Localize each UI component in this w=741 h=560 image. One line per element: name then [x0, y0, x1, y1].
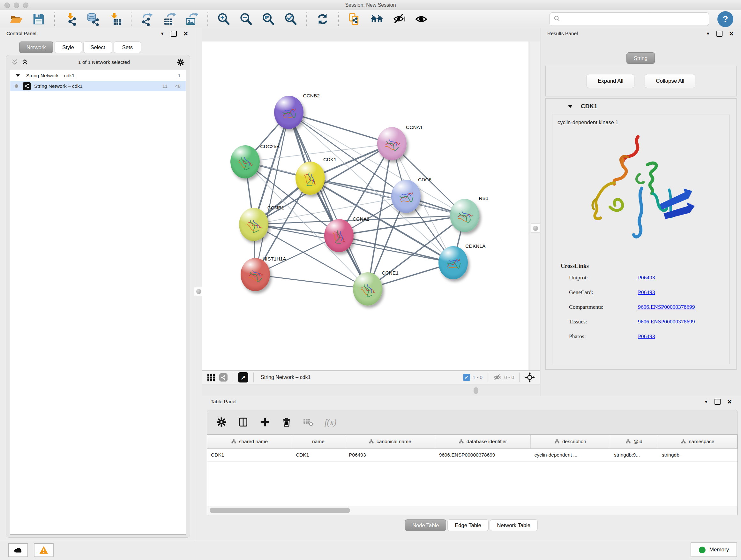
table-horizontal-scrollbar[interactable]: [207, 506, 738, 515]
window-minimize-button[interactable]: [14, 3, 19, 8]
table-cell[interactable]: CDK1: [292, 449, 345, 461]
crosslink-link[interactable]: 9606.ENSP00000378699: [638, 304, 695, 310]
window-close-button[interactable]: [4, 3, 10, 8]
search-input[interactable]: [561, 16, 705, 22]
node-HIST1H1A[interactable]: [241, 258, 270, 291]
duplicate-network-button[interactable]: [346, 11, 363, 27]
network-options-gear-icon[interactable]: [177, 58, 185, 66]
node-CCNB1[interactable]: [239, 208, 268, 241]
tab-style[interactable]: Style: [55, 42, 82, 53]
table-options-gear-icon[interactable]: [216, 417, 227, 428]
search-box[interactable]: [549, 12, 709, 26]
table-panel-collapse-icon[interactable]: ▼: [704, 399, 708, 404]
help-button[interactable]: ?: [718, 11, 733, 27]
horizontal-splitter-handle[interactable]: [474, 387, 478, 394]
cloud-button[interactable]: [8, 543, 28, 557]
tab-network[interactable]: Network: [19, 42, 53, 53]
node-RB1[interactable]: [450, 199, 479, 232]
tab-node-table[interactable]: Node Table: [405, 519, 446, 531]
node-CCNB2[interactable]: [274, 96, 304, 129]
table-cell[interactable]: cyclin-dependent ...: [531, 449, 610, 461]
gene-section-expand-icon[interactable]: [568, 105, 572, 110]
table-cell[interactable]: stringdb:9...: [610, 449, 658, 461]
zoom-in-button[interactable]: [215, 11, 232, 27]
crosslink-link[interactable]: P06493: [638, 289, 655, 296]
control-panel-close-icon[interactable]: ✕: [183, 30, 188, 37]
expand-all-button[interactable]: Expand All: [587, 74, 634, 88]
zoom-out-button[interactable]: [238, 11, 255, 27]
delete-column-trash-icon[interactable]: [281, 417, 292, 428]
warnings-button[interactable]: [34, 543, 54, 557]
tab-network-table[interactable]: Network Table: [490, 519, 538, 531]
control-panel-float-icon[interactable]: [171, 30, 177, 37]
results-panel-collapse-icon[interactable]: ▼: [706, 31, 710, 36]
crosslink-link[interactable]: P06493: [638, 274, 655, 281]
left-vertical-splitter[interactable]: [195, 28, 202, 540]
network-collection-row[interactable]: String Network – cdk1 1: [10, 70, 186, 81]
node-CDK1[interactable]: [295, 162, 325, 195]
export-network-button[interactable]: [138, 11, 156, 27]
node-CDC25B[interactable]: [230, 145, 260, 179]
node-CCNE1[interactable]: [353, 272, 382, 306]
table-cell[interactable]: CDK1: [207, 449, 292, 461]
column-header-namespace[interactable]: namespace: [658, 435, 738, 448]
table-scrollbar-thumb[interactable]: [210, 508, 350, 513]
add-column-plus-icon[interactable]: [259, 417, 270, 428]
results-panel-float-icon[interactable]: [717, 30, 723, 37]
collection-expand-icon[interactable]: [16, 74, 20, 79]
node-CDC6[interactable]: [391, 180, 421, 213]
crosslink-link[interactable]: 9606.ENSP00000378699: [638, 318, 695, 325]
node-CCNA2[interactable]: [324, 219, 354, 252]
control-panel-collapse-icon[interactable]: ▼: [160, 31, 164, 36]
selected-checkbox-icon[interactable]: ✓: [463, 374, 470, 381]
window-zoom-button[interactable]: [23, 3, 28, 8]
zoom-selected-button[interactable]: [282, 11, 299, 27]
table-cell[interactable]: 9606.ENSP00000378699: [435, 449, 531, 461]
table-panel-close-icon[interactable]: ✕: [727, 399, 732, 405]
birdseye-grid-icon[interactable]: [207, 373, 215, 382]
hide-selected-button[interactable]: [391, 11, 408, 27]
network-canvas[interactable]: CCNB2CCNA1CDC25BCDK1CDC6RB1CCNB1CCNA2CDK…: [202, 42, 529, 370]
first-neighbors-button[interactable]: [368, 11, 386, 27]
tab-edge-table[interactable]: Edge Table: [448, 519, 488, 531]
import-network-from-file-button[interactable]: [62, 11, 79, 27]
column-header--id[interactable]: @id: [610, 435, 658, 448]
table-cell[interactable]: stringdb: [658, 449, 738, 461]
table-panel-float-icon[interactable]: [715, 399, 721, 405]
tab-string[interactable]: String: [626, 52, 655, 64]
show-columns-icon[interactable]: [238, 417, 249, 428]
results-panel-close-icon[interactable]: ✕: [729, 30, 734, 37]
import-table-from-file-button[interactable]: [107, 11, 124, 27]
pan-crosshair-icon[interactable]: [525, 372, 535, 382]
export-table-button[interactable]: [161, 11, 178, 27]
horizontal-splitter[interactable]: [202, 385, 540, 396]
crosslink-link[interactable]: P06493: [638, 333, 655, 340]
expand-all-networks-icon[interactable]: [21, 59, 28, 66]
node-CCNA1[interactable]: [377, 127, 407, 160]
tab-select[interactable]: Select: [83, 42, 113, 53]
tab-sets[interactable]: Sets: [114, 42, 141, 53]
show-all-button[interactable]: [413, 11, 430, 27]
column-header-description[interactable]: description: [531, 435, 610, 448]
canvas-scrollbar-handle[interactable]: [531, 224, 540, 233]
table-row[interactable]: CDK1CDK1P064939606.ENSP00000378699cyclin…: [207, 449, 738, 462]
export-image-button[interactable]: [183, 11, 200, 27]
network-row[interactable]: String Network – cdk1 11 48: [10, 81, 186, 91]
memory-button[interactable]: Memory: [690, 543, 737, 557]
save-session-button[interactable]: [30, 11, 47, 27]
import-network-from-database-button[interactable]: [84, 11, 102, 27]
node-CDKN1A[interactable]: [439, 246, 468, 279]
canvas-scrollbar[interactable]: [530, 42, 540, 370]
open-session-button[interactable]: [8, 11, 25, 27]
collapse-all-networks-icon[interactable]: [11, 59, 18, 66]
table-cell[interactable]: P06493: [345, 449, 435, 461]
column-header-database-identifier[interactable]: database identifier: [435, 435, 531, 448]
network-type-icon[interactable]: [219, 373, 227, 381]
column-header-canonical-name[interactable]: canonical name: [345, 435, 435, 448]
zoom-fit-button[interactable]: [260, 11, 277, 27]
column-header-shared-name[interactable]: shared name: [207, 435, 292, 448]
collapse-all-button[interactable]: Collapse All: [645, 74, 695, 88]
column-header-name[interactable]: name: [292, 435, 345, 448]
apply-preferred-layout-button[interactable]: [314, 11, 331, 27]
open-in-new-icon[interactable]: ↗: [238, 372, 248, 382]
